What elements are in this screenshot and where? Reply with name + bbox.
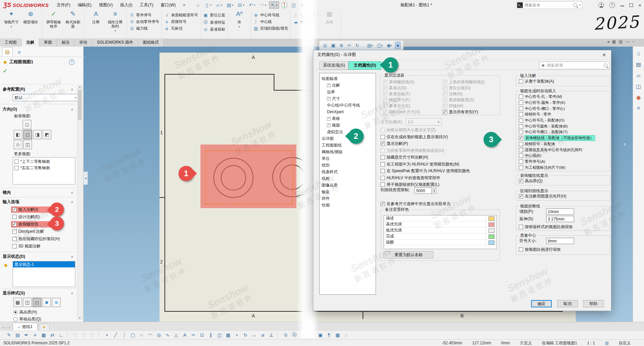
sketch-circle-icon[interactable]: ○	[138, 331, 145, 339]
collapse-chevron-icon[interactable]: ∧	[71, 88, 73, 91]
block-button[interactable]: Aº块	[230, 11, 248, 29]
text-scale-combo[interactable]: 1:1∨	[406, 118, 442, 126]
view-bottom-button[interactable]: ◫	[23, 140, 32, 149]
note-tool-icon[interactable]: ¶	[325, 331, 333, 339]
layer-properties-icon[interactable]: ∟	[57, 331, 65, 339]
display-states-list[interactable]: 显示状态-1	[13, 261, 75, 287]
scale-with-view-checkbox[interactable]: 按视图比例进行缩放	[519, 246, 561, 253]
filter-checkbox[interactable]: 参考尺寸(E)	[383, 103, 420, 109]
filter-checkbox[interactable]: 装饰螺纹线(A)	[383, 79, 420, 85]
view-front-button[interactable]: ◻	[23, 130, 32, 139]
dialog-close-button[interactable]: ✕	[600, 52, 608, 58]
dialog-title-bar[interactable]: 文档属性(D) - 出详图	[313, 50, 611, 60]
wireframe-style-button[interactable]: ▦	[13, 298, 22, 307]
design-library-icon[interactable]: ▤	[636, 61, 641, 68]
sketch-arc-icon[interactable]: ◠	[147, 331, 154, 339]
chevron-up-icon[interactable]: ∧	[623, 142, 626, 147]
pin-menu-icon[interactable]: ✶	[182, 3, 186, 8]
system-options-tab[interactable]: 系统选项(S)	[319, 61, 349, 70]
zoom-area-icon[interactable]: ▣	[330, 42, 336, 49]
custom-properties-icon[interactable]: ≡	[637, 105, 640, 111]
tab-sketch[interactable]: 草图	[39, 38, 57, 47]
shaded-button[interactable]: ■	[52, 298, 61, 307]
hatch-density-spinner[interactable]: 5000 ▲▼	[415, 187, 437, 194]
tab-annotation[interactable]: 注解	[22, 38, 39, 47]
feature-tree-tab[interactable]: ≡	[14, 47, 25, 57]
spell-check-button[interactable]: ✓拼写检验程序	[45, 11, 63, 28]
view-isometric-button[interactable]: ◇	[14, 140, 22, 149]
menu-item[interactable]: 窗口(W)	[157, 1, 179, 9]
sketch-ellipse-icon[interactable]: ◎	[155, 331, 162, 339]
center-mark-button[interactable]: ⊕中心符号线	[253, 13, 288, 18]
view-right-button[interactable]: ◨	[33, 130, 42, 139]
filter-checkbox[interactable]: DimXpert 尺寸(X)	[383, 109, 420, 115]
more-views-list[interactable]: *上下二等角轴测*左右二等角轴测	[13, 157, 75, 184]
rotate-entities-icon[interactable]: ↻	[242, 331, 249, 339]
balloon-tool-icon[interactable]: ①	[282, 331, 289, 339]
reset-names-button[interactable]: 重置为默认名称	[384, 251, 434, 258]
file-explorer-icon[interactable]: ▱	[636, 72, 640, 79]
search-icon[interactable]	[604, 64, 607, 67]
color-swatch[interactable]	[488, 234, 494, 239]
sheet-nav-buttons[interactable]: «‹›»	[0, 325, 13, 331]
hide-show-items-icon[interactable]: ◉	[386, 42, 393, 49]
status-sheet-scale[interactable]: 1 : 1	[587, 341, 595, 345]
filter-icon[interactable]: ▽	[72, 331, 79, 339]
symbol-size-input[interactable]: 8mm	[546, 238, 574, 244]
user-account-icon[interactable]	[598, 2, 604, 8]
filter-checkbox[interactable]: 表面粗糙度(S)	[443, 97, 484, 103]
view-palette-icon[interactable]: ◫	[636, 83, 641, 90]
filter-checkbox[interactable]: 特征尺寸(F)	[383, 97, 420, 103]
design-journal-icon[interactable]: ✎	[5, 331, 13, 339]
documents-icon[interactable]: ▤	[14, 331, 21, 339]
line-format-icon[interactable]: ≡	[31, 331, 39, 339]
menu-item[interactable]: 插入(I)	[117, 1, 136, 9]
save-icon[interactable]: ▤	[225, 1, 235, 9]
format-painter-button[interactable]: ✎格式涂刷器	[64, 11, 82, 28]
balloon-button[interactable]: ①零件序号	[129, 13, 159, 18]
section-view-icon[interactable]: ✂	[346, 42, 352, 49]
hidden-lines-visible-button[interactable]: ◫	[23, 298, 32, 307]
ok-button[interactable]: 确定	[531, 300, 552, 307]
mirror-entities-icon[interactable]: ◫	[216, 331, 223, 339]
sketch-point-icon[interactable]: •	[103, 331, 111, 339]
sheet-tab[interactable]: ▱ 图纸1	[13, 323, 38, 331]
datum-feature-button[interactable]: Ⓐ基准特征	[203, 19, 225, 25]
filter-checkbox[interactable]: 形位公差(G)	[443, 85, 484, 91]
home-icon[interactable]: ⌂	[194, 1, 202, 9]
select-cursor-icon[interactable]: ↖	[269, 1, 279, 9]
filter-checkbox[interactable]: 显示所有类型(Y)	[443, 109, 484, 115]
revision-tool-icon[interactable]: ⚠	[343, 331, 350, 339]
view-back-button[interactable]: ◩	[43, 130, 51, 139]
sketch-text-icon[interactable]: A	[181, 331, 188, 339]
filter-checkbox[interactable]: 基准点(D)	[383, 85, 420, 91]
document-properties-tab[interactable]: 文档属性(D)	[349, 61, 381, 70]
filter-checkbox[interactable]: 注释(N)	[443, 91, 484, 97]
undo-icon[interactable]: ↶	[247, 1, 257, 9]
offset-entities-icon[interactable]: ∥	[207, 331, 214, 339]
appearances-icon[interactable]: ◉	[636, 94, 641, 101]
filter-icon[interactable]: ▽	[89, 331, 96, 339]
scroll-up-icon[interactable]: ∧	[77, 86, 82, 89]
shaded-with-edges-button[interactable]: ■	[42, 298, 51, 307]
cancel-button[interactable]: 取消	[557, 300, 578, 307]
tab-sheet-format[interactable]: 图纸格式	[138, 38, 164, 47]
note-button[interactable]: A注释	[87, 11, 105, 24]
help-button[interactable]: 帮助	[583, 300, 604, 307]
add-sheet-button[interactable]: ✦	[39, 324, 50, 331]
layer-grid-icon[interactable]: ▦	[40, 331, 47, 339]
menu-item[interactable]: 工具(T)	[136, 1, 157, 9]
extension-input[interactable]: 3.175mm	[546, 216, 574, 222]
smart-dimension-button[interactable]: ✦智能尺寸	[2, 11, 20, 29]
options-tree[interactable]: +绘图标准+注解+边界+尺寸+中心线/中心符号线+DimXpert+表格+视图+…	[319, 73, 376, 295]
open-file-icon[interactable]: ▱	[214, 1, 224, 9]
expand-chevron-icon[interactable]: ∨	[71, 191, 73, 194]
minimize-doc-icon[interactable]: —	[626, 39, 630, 44]
search-icon[interactable]	[573, 3, 577, 7]
convert-entities-icon[interactable]: ⊡	[198, 331, 206, 339]
print-icon[interactable]: ⊟	[236, 1, 246, 9]
tree-expand-icon[interactable]: +	[327, 124, 331, 127]
appearance-brush-icon[interactable]: ✒	[23, 331, 30, 339]
trim-entities-icon[interactable]: ✂	[190, 331, 197, 339]
scroll-down-icon[interactable]: ∨	[77, 316, 82, 319]
